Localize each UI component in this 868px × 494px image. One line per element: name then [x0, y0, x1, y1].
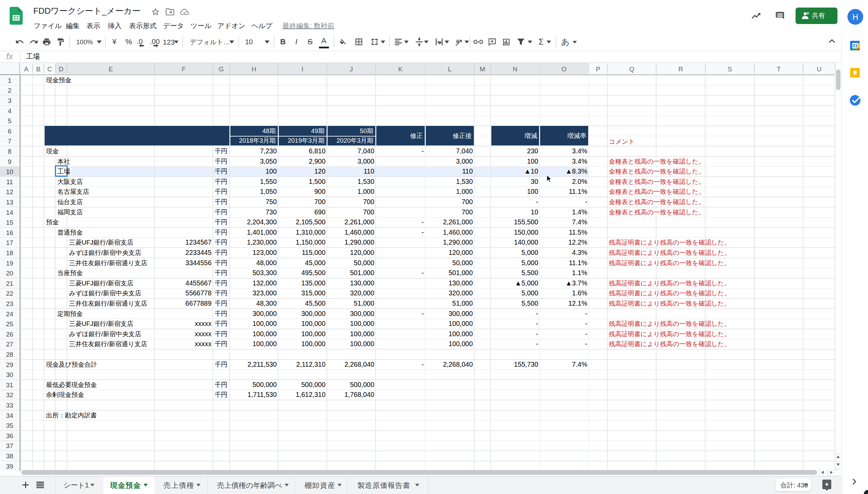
svg-text:31: 31	[852, 43, 858, 48]
